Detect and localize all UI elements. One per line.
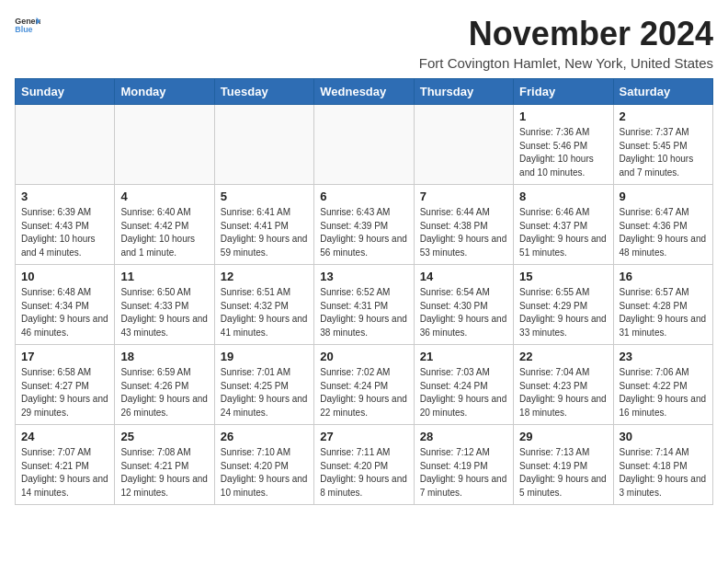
calendar-cell xyxy=(115,105,214,185)
day-number: 20 xyxy=(320,350,407,363)
day-info: Sunrise: 7:37 AMSunset: 5:45 PMDaylight:… xyxy=(620,126,707,179)
day-info: Sunrise: 6:52 AMSunset: 4:31 PMDaylight:… xyxy=(320,286,407,339)
calendar-cell: 17Sunrise: 6:58 AMSunset: 4:27 PMDayligh… xyxy=(16,345,115,425)
day-number: 2 xyxy=(620,109,707,123)
calendar-cell: 18Sunrise: 6:59 AMSunset: 4:26 PMDayligh… xyxy=(115,345,214,425)
calendar-cell xyxy=(16,105,115,185)
day-info: Sunrise: 6:57 AMSunset: 4:28 PMDaylight:… xyxy=(620,286,707,339)
day-info: Sunrise: 6:40 AMSunset: 4:42 PMDaylight:… xyxy=(120,206,208,259)
day-info: Sunrise: 7:11 AMSunset: 4:20 PMDaylight:… xyxy=(320,446,407,500)
title-area: November 2024 Fort Covington Hamlet, New… xyxy=(419,15,713,71)
calendar-week-4: 24Sunrise: 7:07 AMSunset: 4:21 PMDayligh… xyxy=(16,425,713,505)
calendar-cell: 6Sunrise: 6:43 AMSunset: 4:39 PMDaylight… xyxy=(314,185,414,265)
calendar-cell: 15Sunrise: 6:55 AMSunset: 4:29 PMDayligh… xyxy=(514,265,613,345)
day-number: 13 xyxy=(320,270,407,283)
day-info: Sunrise: 6:41 AMSunset: 4:41 PMDaylight:… xyxy=(221,206,308,259)
day-info: Sunrise: 6:48 AMSunset: 4:34 PMDaylight:… xyxy=(21,286,108,339)
day-info: Sunrise: 6:59 AMSunset: 4:26 PMDaylight:… xyxy=(120,366,208,419)
location-title: Fort Covington Hamlet, New York, United … xyxy=(419,55,713,71)
header-sunday: Sunday xyxy=(16,79,115,105)
day-info: Sunrise: 7:10 AMSunset: 4:20 PMDaylight:… xyxy=(221,446,308,500)
month-title: November 2024 xyxy=(419,15,713,53)
day-number: 17 xyxy=(21,350,108,363)
calendar-cell: 13Sunrise: 6:52 AMSunset: 4:31 PMDayligh… xyxy=(314,265,414,345)
day-info: Sunrise: 6:51 AMSunset: 4:32 PMDaylight:… xyxy=(221,286,308,339)
day-number: 23 xyxy=(620,350,707,363)
day-number: 6 xyxy=(320,190,407,203)
day-number: 19 xyxy=(221,350,308,363)
calendar-cell: 20Sunrise: 7:02 AMSunset: 4:24 PMDayligh… xyxy=(314,345,414,425)
header: General Blue November 2024 Fort Covingto… xyxy=(15,15,713,71)
day-number: 12 xyxy=(221,270,308,283)
day-number: 27 xyxy=(320,430,407,443)
day-number: 4 xyxy=(120,190,208,203)
calendar-cell: 22Sunrise: 7:04 AMSunset: 4:23 PMDayligh… xyxy=(514,345,613,425)
header-tuesday: Tuesday xyxy=(214,79,313,105)
day-number: 9 xyxy=(620,190,707,203)
day-number: 14 xyxy=(420,270,507,283)
day-info: Sunrise: 7:14 AMSunset: 4:18 PMDaylight:… xyxy=(620,446,707,500)
svg-text:Blue: Blue xyxy=(15,25,32,34)
day-info: Sunrise: 6:39 AMSunset: 4:43 PMDaylight:… xyxy=(21,206,108,259)
day-info: Sunrise: 6:55 AMSunset: 4:29 PMDaylight:… xyxy=(519,286,607,339)
header-saturday: Saturday xyxy=(613,79,712,105)
calendar-cell: 7Sunrise: 6:44 AMSunset: 4:38 PMDaylight… xyxy=(414,185,513,265)
day-info: Sunrise: 6:43 AMSunset: 4:39 PMDaylight:… xyxy=(320,206,407,259)
calendar-cell xyxy=(314,105,414,185)
day-number: 25 xyxy=(120,430,208,443)
calendar-cell: 30Sunrise: 7:14 AMSunset: 4:18 PMDayligh… xyxy=(613,425,712,505)
header-friday: Friday xyxy=(514,79,613,105)
header-monday: Monday xyxy=(115,79,214,105)
day-info: Sunrise: 6:47 AMSunset: 4:36 PMDaylight:… xyxy=(620,206,707,259)
calendar-cell: 26Sunrise: 7:10 AMSunset: 4:20 PMDayligh… xyxy=(214,425,313,505)
calendar-cell: 27Sunrise: 7:11 AMSunset: 4:20 PMDayligh… xyxy=(314,425,414,505)
day-number: 3 xyxy=(21,190,108,203)
day-info: Sunrise: 7:01 AMSunset: 4:25 PMDaylight:… xyxy=(221,366,308,419)
day-info: Sunrise: 7:36 AMSunset: 5:46 PMDaylight:… xyxy=(519,126,607,179)
day-number: 29 xyxy=(519,430,607,443)
day-number: 28 xyxy=(420,430,507,443)
day-number: 5 xyxy=(221,190,308,203)
day-number: 7 xyxy=(420,190,507,203)
calendar-cell: 12Sunrise: 6:51 AMSunset: 4:32 PMDayligh… xyxy=(214,265,313,345)
calendar-cell: 9Sunrise: 6:47 AMSunset: 4:36 PMDaylight… xyxy=(613,185,712,265)
day-info: Sunrise: 7:12 AMSunset: 4:19 PMDaylight:… xyxy=(420,446,507,500)
day-number: 30 xyxy=(620,430,707,443)
calendar: SundayMondayTuesdayWednesdayThursdayFrid… xyxy=(15,78,713,505)
day-info: Sunrise: 6:44 AMSunset: 4:38 PMDaylight:… xyxy=(420,206,507,259)
day-number: 8 xyxy=(519,190,607,203)
calendar-cell: 21Sunrise: 7:03 AMSunset: 4:24 PMDayligh… xyxy=(414,345,513,425)
calendar-cell: 5Sunrise: 6:41 AMSunset: 4:41 PMDaylight… xyxy=(214,185,313,265)
calendar-cell: 11Sunrise: 6:50 AMSunset: 4:33 PMDayligh… xyxy=(115,265,214,345)
day-number: 11 xyxy=(120,270,208,283)
calendar-cell: 29Sunrise: 7:13 AMSunset: 4:19 PMDayligh… xyxy=(514,425,613,505)
calendar-cell: 28Sunrise: 7:12 AMSunset: 4:19 PMDayligh… xyxy=(414,425,513,505)
day-number: 21 xyxy=(420,350,507,363)
calendar-cell: 25Sunrise: 7:08 AMSunset: 4:21 PMDayligh… xyxy=(115,425,214,505)
day-info: Sunrise: 6:54 AMSunset: 4:30 PMDaylight:… xyxy=(420,286,507,339)
calendar-cell: 16Sunrise: 6:57 AMSunset: 4:28 PMDayligh… xyxy=(613,265,712,345)
day-info: Sunrise: 7:06 AMSunset: 4:22 PMDaylight:… xyxy=(620,366,707,419)
calendar-cell xyxy=(214,105,313,185)
day-number: 15 xyxy=(519,270,607,283)
day-number: 1 xyxy=(519,109,607,123)
day-info: Sunrise: 7:08 AMSunset: 4:21 PMDaylight:… xyxy=(120,446,208,500)
calendar-cell: 24Sunrise: 7:07 AMSunset: 4:21 PMDayligh… xyxy=(16,425,115,505)
calendar-cell: 2Sunrise: 7:37 AMSunset: 5:45 PMDaylight… xyxy=(613,105,712,185)
calendar-cell: 1Sunrise: 7:36 AMSunset: 5:46 PMDaylight… xyxy=(514,105,613,185)
day-number: 26 xyxy=(221,430,308,443)
calendar-cell xyxy=(414,105,513,185)
calendar-cell: 4Sunrise: 6:40 AMSunset: 4:42 PMDaylight… xyxy=(115,185,214,265)
calendar-week-1: 3Sunrise: 6:39 AMSunset: 4:43 PMDaylight… xyxy=(16,185,713,265)
calendar-week-3: 17Sunrise: 6:58 AMSunset: 4:27 PMDayligh… xyxy=(16,345,713,425)
day-info: Sunrise: 7:13 AMSunset: 4:19 PMDaylight:… xyxy=(519,446,607,500)
calendar-header-row: SundayMondayTuesdayWednesdayThursdayFrid… xyxy=(16,79,713,105)
day-info: Sunrise: 7:07 AMSunset: 4:21 PMDaylight:… xyxy=(21,446,108,500)
logo: General Blue xyxy=(15,15,40,35)
calendar-cell: 23Sunrise: 7:06 AMSunset: 4:22 PMDayligh… xyxy=(613,345,712,425)
day-info: Sunrise: 6:50 AMSunset: 4:33 PMDaylight:… xyxy=(120,286,208,339)
day-number: 18 xyxy=(120,350,208,363)
calendar-week-2: 10Sunrise: 6:48 AMSunset: 4:34 PMDayligh… xyxy=(16,265,713,345)
calendar-cell: 3Sunrise: 6:39 AMSunset: 4:43 PMDaylight… xyxy=(16,185,115,265)
header-thursday: Thursday xyxy=(414,79,513,105)
